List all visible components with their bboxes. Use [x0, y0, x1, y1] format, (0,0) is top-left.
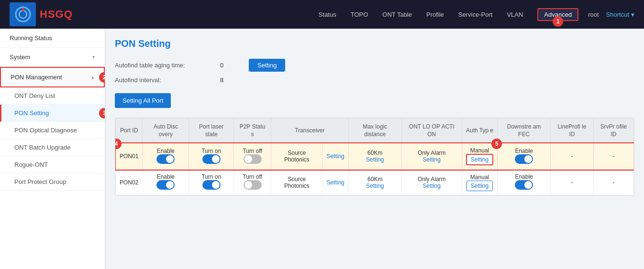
sidebar-item-rogue-ont[interactable]: Rogue-ONT: [0, 156, 105, 173]
max-setting-link[interactable]: Setting: [366, 183, 384, 189]
logo-area: HSGQ: [10, 2, 73, 26]
logo-text: HSGQ: [40, 8, 73, 21]
p2p-toggle[interactable]: [244, 180, 262, 190]
sidebar: Running Status System ▾ PON Management ▴…: [0, 29, 105, 269]
auth-type-setting-btn[interactable]: Setting: [466, 181, 493, 191]
nav-shortcut[interactable]: Shortcut ▾: [606, 11, 634, 18]
autofind-value: 0: [220, 62, 239, 69]
sidebar-item-port-protect-group[interactable]: Port Protect Group: [0, 173, 105, 191]
max-setting-link[interactable]: Setting: [366, 156, 384, 163]
pon-table: Port ID Auto Disc overy Port laser state…: [115, 118, 634, 196]
col-port-laser: Port laser state: [189, 118, 234, 143]
col-p2p: P2P Statu s: [234, 118, 271, 143]
svg-point-1: [19, 11, 27, 18]
cell-transceiver-setting[interactable]: Setting: [322, 170, 348, 195]
setting-all-port-button[interactable]: Setting All Port: [115, 93, 171, 108]
auto-disc-toggle[interactable]: [156, 154, 175, 164]
cell-port-laser: Turn on: [189, 170, 234, 195]
chevron-down-icon: ▾: [92, 54, 95, 60]
sidebar-item-ont-batch-upgrade[interactable]: ONT Batch Upgrade: [0, 139, 105, 156]
cell-downstream: Enable: [498, 170, 551, 195]
nav-user: root: [588, 11, 599, 18]
p2p-toggle[interactable]: [244, 154, 262, 164]
port-laser-toggle[interactable]: [202, 154, 221, 164]
header: HSGQ Status TOPO ONT Table Profile Servi…: [0, 0, 644, 29]
chevron-down-icon: ▾: [631, 11, 634, 18]
sidebar-item-pon-management[interactable]: PON Management ▴: [0, 67, 105, 87]
nav-status[interactable]: Status: [319, 11, 336, 18]
cell-p2p: Turn off: [234, 143, 271, 170]
col-downstream: Downstre am FEC: [498, 118, 551, 143]
content-area: PON Setting Autofind table aging time: 0…: [105, 29, 644, 269]
setting-button[interactable]: Setting: [249, 59, 285, 72]
main-layout: Running Status System ▾ PON Management ▴…: [0, 29, 644, 269]
ont-loop-setting-link[interactable]: Setting: [423, 156, 441, 163]
autofind-interval-row: Autofind interval: 8: [115, 76, 634, 84]
sidebar-item-running-status[interactable]: Running Status: [0, 29, 105, 48]
nav-ont-table[interactable]: ONT Table: [382, 11, 412, 18]
nav-profile[interactable]: Profile: [426, 11, 444, 18]
autofind-label: Autofind table aging time:: [115, 62, 211, 69]
cell-transceiver-setting[interactable]: Setting: [322, 143, 348, 170]
sidebar-item-system[interactable]: System ▾: [0, 48, 105, 67]
cell-transceiver: Source Photonics: [271, 170, 322, 195]
cell-srv-profile: -: [593, 170, 633, 195]
ont-loop-setting-link[interactable]: Setting: [423, 183, 441, 189]
table-header-row: Port ID Auto Disc overy Port laser state…: [116, 118, 634, 143]
nav-right: root Shortcut ▾: [588, 11, 634, 18]
cell-max-distance: 60Km Setting: [348, 170, 401, 195]
auto-disc-toggle[interactable]: [156, 180, 175, 190]
autofind-interval-label: Autofind interval:: [115, 76, 211, 84]
downstream-toggle[interactable]: [515, 180, 533, 190]
cell-auth-type: Manual 5 Setting: [462, 143, 497, 170]
cell-port-laser: Turn on: [189, 143, 234, 170]
cell-port-id: 4PON01: [116, 143, 143, 170]
svg-point-2: [22, 8, 24, 11]
nav-bar: Status TOPO ONT Table Profile Service-Po…: [319, 11, 578, 18]
col-srv-profile: SrvPr ofile ID: [593, 118, 633, 143]
cell-transceiver: Source Photonics: [271, 143, 322, 170]
nav-vlan[interactable]: VLAN: [507, 11, 523, 18]
sidebar-item-pon-optical-diagnose[interactable]: PON Optical Diagnose: [0, 122, 105, 139]
sidebar-item-ont-deny-list[interactable]: ONT Deny List: [0, 87, 105, 105]
cell-auto-disc: Enable: [143, 170, 189, 195]
col-auth-type: Auth Typ e: [462, 118, 497, 143]
col-max-distance: Max logic distance: [348, 118, 401, 143]
auth-type-setting-btn[interactable]: Setting: [466, 154, 493, 165]
cell-line-profile: -: [551, 143, 594, 170]
port-laser-toggle[interactable]: [202, 180, 221, 190]
col-line-profile: LineProfi le ID: [551, 118, 594, 143]
page-title: PON Setting: [115, 38, 634, 49]
sidebar-item-pon-setting[interactable]: PON Setting: [0, 105, 105, 122]
col-transceiver: Transceiver: [271, 118, 349, 143]
nav-topo[interactable]: TOPO: [351, 11, 368, 18]
downstream-toggle[interactable]: [515, 154, 533, 164]
col-auto-disc: Auto Disc overy: [143, 118, 189, 143]
cell-ont-loop: Only Alarm Setting: [401, 143, 462, 170]
autofind-interval-value: 8: [220, 76, 239, 84]
cell-line-profile: -: [551, 170, 594, 195]
table-row: PON02 Enable Turn on Turn off Source Pho…: [116, 170, 634, 195]
badge-1: 1: [553, 16, 563, 27]
chevron-up-icon: ▴: [91, 74, 94, 80]
table-row: 4PON01 Enable Turn on Turn off Source Ph…: [116, 143, 634, 170]
logo-box: [10, 2, 36, 26]
cell-auth-type: Manual Setting: [462, 170, 497, 195]
cell-ont-loop: Only Alarm Setting: [401, 170, 462, 195]
cell-downstream: Enable: [498, 143, 551, 170]
nav-service-port[interactable]: Service-Port: [458, 11, 493, 18]
cell-auto-disc: Enable: [143, 143, 189, 170]
cell-port-id: PON02: [116, 170, 143, 195]
cell-p2p: Turn off: [234, 170, 271, 195]
autofind-row: Autofind table aging time: 0 Setting: [115, 59, 634, 72]
col-ont-loop: ONT LO OP ACTI ON: [401, 118, 462, 143]
cell-srv-profile: -: [593, 143, 633, 170]
cell-max-distance: 60Km Setting: [348, 143, 401, 170]
